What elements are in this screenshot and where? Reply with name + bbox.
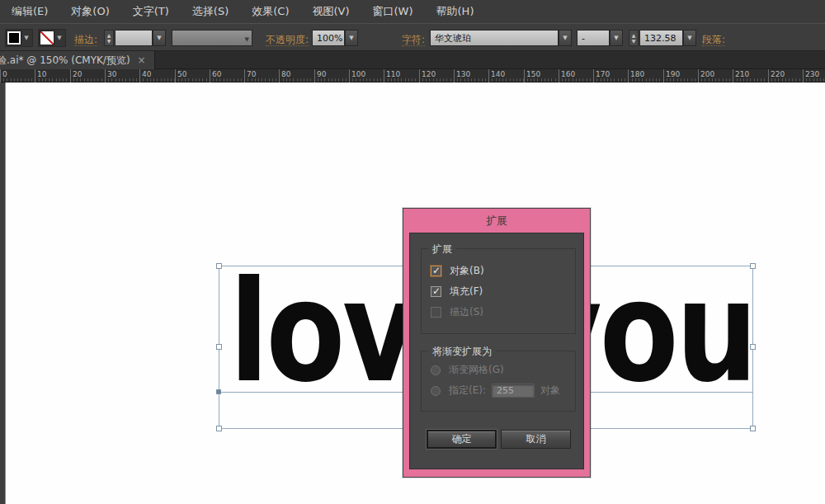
ruler-label: 60 — [212, 70, 221, 78]
paragraph-label[interactable]: 段落: — [702, 34, 725, 46]
menu-item-4[interactable]: 效果(C) — [240, 0, 300, 23]
dialog-title-bar[interactable]: 扩展 — [403, 209, 590, 233]
stroke-label[interactable]: 描边: — [74, 34, 97, 46]
checkbox-row-fill[interactable]: 填充(F) — [422, 281, 575, 302]
ruler-tick — [663, 69, 664, 82]
ruler-label: 130 — [456, 70, 470, 78]
font-size-dropdown[interactable]: ▼ — [683, 30, 696, 46]
baseline-handle-left[interactable] — [216, 389, 221, 394]
selection-handle-mid-left[interactable] — [216, 344, 222, 350]
ruler-tick — [279, 69, 280, 82]
ruler-label: 140 — [491, 70, 505, 78]
stroke-weight-field[interactable] — [115, 30, 153, 46]
ruler-tick — [524, 69, 525, 82]
expand-gradient-group: 将渐变扩展为 渐变网格(G) 指定(E): 255 对象 — [421, 351, 576, 412]
stroke-color-control[interactable]: ▼ — [38, 29, 66, 47]
ruler-label: 180 — [630, 70, 644, 78]
ruler-tick — [384, 69, 384, 82]
ok-button[interactable]: 确定 — [427, 430, 497, 449]
menu-item-7[interactable]: 帮助(H) — [425, 0, 486, 23]
ruler-tick — [0, 69, 1, 82]
expand-group-legend: 扩展 — [428, 243, 456, 257]
specify-objects-suffix: 对象 — [540, 384, 560, 398]
menu-items: 编辑(E)对象(O)文字(T)选择(S)效果(C)视图(V)窗口(W)帮助(H) — [0, 0, 485, 23]
ruler-label: 100 — [351, 70, 365, 78]
fill-swatch-black[interactable] — [7, 31, 21, 45]
ruler-label: 0 — [2, 70, 7, 78]
cancel-button[interactable]: 取消 — [501, 430, 571, 449]
chevron-down-icon[interactable]: ▼ — [54, 35, 64, 41]
ruler-tick — [698, 69, 699, 82]
opacity-field[interactable]: 100% — [312, 30, 345, 46]
ruler-label: 70 — [247, 70, 256, 78]
ruler-label: 150 — [526, 70, 540, 78]
stepper-up-icon[interactable]: ▲ — [632, 32, 636, 38]
selection-handle-top-right[interactable] — [750, 263, 756, 269]
ruler-label: 190 — [666, 70, 680, 78]
stroke-weight-dropdown[interactable]: ▼ — [153, 30, 166, 46]
ruler-tick — [454, 69, 455, 82]
font-size-field[interactable]: 132.58 — [639, 30, 683, 46]
checkbox-row-stroke: 描边(S) — [422, 302, 575, 323]
menu-item-1[interactable]: 对象(O) — [59, 0, 120, 23]
ruler-tick — [628, 69, 629, 82]
opacity-label[interactable]: 不透明度: — [266, 34, 309, 46]
ruler-tick — [244, 69, 245, 82]
chevron-down-icon[interactable]: ▼ — [21, 35, 31, 41]
font-family-dropdown[interactable]: ▼ — [559, 30, 572, 46]
ruler-tick — [210, 69, 210, 82]
ruler-label: 40 — [142, 70, 151, 78]
stroke-swatch-none-icon[interactable] — [40, 31, 54, 45]
ruler-tick — [70, 69, 71, 82]
selection-handle-bottom-right[interactable] — [750, 426, 756, 431]
ruler-tick — [349, 69, 350, 82]
ruler-label: 10 — [37, 70, 46, 78]
ruler-tick — [593, 69, 594, 82]
stepper-down-icon[interactable]: ▼ — [107, 38, 111, 44]
menu-item-0[interactable]: 编辑(E) — [0, 0, 59, 23]
selection-handle-bottom-left[interactable] — [216, 426, 222, 431]
expand-dialog: 扩展 扩展 对象(B) 填充(F) 描边(S) 将渐变扩展为 渐变网格(G) — [403, 208, 591, 478]
menu-item-3[interactable]: 选择(S) — [181, 0, 240, 23]
gradient-group-legend: 将渐变扩展为 — [428, 345, 496, 359]
checkbox-row-object[interactable]: 对象(B) — [422, 261, 575, 281]
ruler-label: 50 — [177, 70, 186, 78]
character-label[interactable]: 字符: — [402, 34, 425, 46]
fill-checkbox[interactable] — [431, 286, 441, 297]
opacity-dropdown[interactable]: ▼ — [345, 30, 358, 46]
selection-handle-mid-right[interactable] — [750, 344, 756, 350]
menu-item-5[interactable]: 视图(V) — [300, 0, 361, 23]
object-checkbox[interactable] — [431, 266, 441, 276]
ruler-tick — [803, 69, 804, 82]
ruler-tick — [314, 69, 315, 82]
ruler-tick — [419, 69, 420, 82]
dialog-body: 扩展 对象(B) 填充(F) 描边(S) 将渐变扩展为 渐变网格(G) — [409, 233, 584, 469]
stroke-checkbox-label: 描边(S) — [450, 305, 483, 319]
fill-color-control[interactable]: ▼ — [5, 29, 33, 47]
specify-radio — [431, 386, 441, 396]
close-icon[interactable]: × — [138, 55, 146, 65]
font-family-field[interactable]: 华文琥珀 — [430, 30, 559, 46]
ruler-tick — [139, 69, 140, 82]
specify-objects-field: 255 — [492, 384, 535, 398]
brush-definition-dropdown[interactable]: ▼ — [172, 30, 252, 46]
ruler-tick — [35, 69, 35, 82]
selection-handle-top-left[interactable] — [216, 263, 222, 269]
font-size-stepper[interactable]: ▲ ▼ — [629, 30, 639, 46]
menu-item-2[interactable]: 文字(T) — [121, 0, 181, 23]
ruler-tick — [768, 69, 769, 82]
stroke-weight-stepper[interactable]: ▲ ▼ — [104, 30, 114, 46]
ruler-label: 200 — [700, 70, 714, 78]
font-style-field[interactable]: - — [577, 30, 610, 46]
font-style-dropdown[interactable]: ▼ — [610, 30, 623, 46]
stepper-up-icon[interactable]: ▲ — [107, 32, 111, 38]
menu-bar: 编辑(E)对象(O)文字(T)选择(S)效果(C)视图(V)窗口(W)帮助(H) — [0, 0, 825, 23]
ruler-label: 30 — [107, 70, 116, 78]
document-tab[interactable]: 验.ai* @ 150% (CMYK/预览) × — [0, 51, 155, 69]
menu-item-6[interactable]: 窗口(W) — [361, 0, 425, 23]
ruler-label: 120 — [422, 70, 436, 78]
stepper-down-icon[interactable]: ▼ — [632, 38, 636, 44]
radio-row-gradient-mesh: 渐变网格(G) — [422, 360, 575, 380]
pasteboard-edge — [0, 82, 6, 504]
object-checkbox-label: 对象(B) — [450, 264, 484, 278]
